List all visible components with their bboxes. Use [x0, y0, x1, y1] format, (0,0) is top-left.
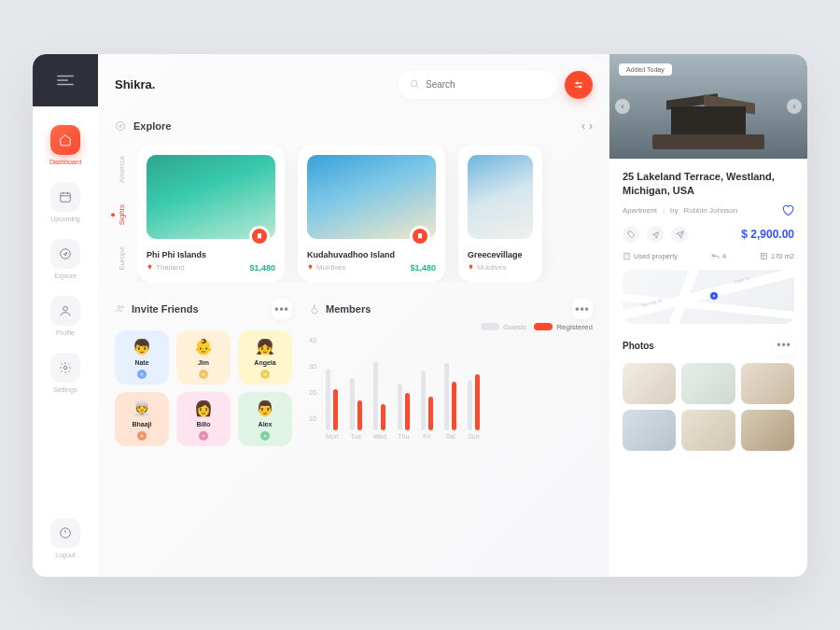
members-chart: 40302010 MonTueWedThuFriSatSun [309, 337, 593, 440]
chart-day: Sat [444, 356, 456, 440]
svg-point-10 [122, 306, 124, 308]
photo-thumbnail[interactable] [681, 363, 735, 404]
friend-item[interactable]: 👦Nate× [115, 330, 169, 385]
photos-more-button[interactable]: ••• [774, 335, 794, 356]
friend-item[interactable]: 👧Angela× [238, 330, 292, 385]
invite-panel: Invite Friends ••• 👦Nate×👶Jim×👧Angela×👳B… [115, 299, 292, 446]
photo-thumbnail[interactable] [623, 363, 676, 404]
avatar-icon: 👳 [133, 399, 151, 417]
bar-registered [333, 389, 338, 430]
send-action[interactable] [671, 226, 688, 243]
sidebar-item-upcoming[interactable]: Upcoming [50, 182, 80, 222]
explore-card[interactable]: Phi Phi Islands Thailand $1,480 [137, 146, 285, 282]
listing-map[interactable]: Barclay St Park Pl [623, 270, 794, 324]
photo-thumbnail[interactable] [623, 410, 676, 451]
explore-tab-america[interactable]: America [118, 156, 126, 183]
bar-registered [452, 382, 456, 430]
search-icon [410, 79, 420, 90]
bar-guests [373, 361, 378, 430]
legend-guests: Guests [503, 323, 526, 331]
bar-registered [357, 400, 362, 430]
search-input-wrap[interactable] [399, 71, 557, 99]
sidebar-item-logout[interactable]: Logout [50, 518, 80, 558]
explore-card[interactable]: Greecevillage Moldives [458, 146, 542, 282]
calendar-icon [59, 190, 72, 203]
explore-prev-button[interactable]: ‹ [581, 119, 585, 133]
menu-toggle[interactable] [33, 54, 98, 106]
sidebar-item-explore[interactable]: Explore [50, 239, 80, 279]
remove-badge-icon[interactable]: × [137, 370, 147, 379]
spec-area: 170 m2 [771, 252, 794, 260]
favorite-button[interactable] [781, 203, 794, 217]
bookmark-icon [416, 232, 424, 240]
friend-name: Angela [254, 359, 275, 366]
share-action[interactable] [647, 226, 664, 243]
remove-badge-icon[interactable]: × [260, 431, 270, 441]
friend-item[interactable]: 👶Jim× [176, 330, 231, 385]
bookmark-button[interactable] [249, 226, 270, 246]
friend-name: Bhaaji [132, 421, 151, 427]
svg-point-7 [580, 86, 581, 88]
nav-label: Explore [54, 273, 77, 279]
chart-day: Fri [421, 356, 433, 440]
invite-more-button[interactable]: ••• [272, 299, 292, 319]
user-icon [59, 304, 72, 317]
explore-tab-sights[interactable]: Sights [118, 204, 126, 225]
filter-button[interactable] [565, 71, 593, 99]
hero-next-button[interactable]: › [787, 99, 802, 114]
explore-tab-europe[interactable]: Europe [118, 246, 126, 271]
chart-x-label: Wed [373, 433, 386, 440]
bar-registered [428, 397, 433, 430]
listing-address: 25 Lakeland Terrace, Westland, Michigan,… [623, 170, 794, 199]
card-location: Moldives [316, 263, 346, 272]
explore-card[interactable]: Kudahuvadhoo Island Moldives $1,480 [298, 146, 445, 282]
svg-point-9 [118, 305, 120, 308]
listing-by: by [670, 206, 678, 215]
sidebar-item-settings[interactable]: Settings [50, 353, 80, 393]
area-icon [760, 252, 768, 260]
listing-panel: Added Today ‹ › 25 Lakeland Terrace, Wes… [609, 54, 807, 577]
friend-item[interactable]: 👨Alex× [238, 392, 292, 446]
explore-next-button[interactable]: › [589, 119, 593, 133]
pin-icon [147, 264, 153, 271]
hero-prev-button[interactable]: ‹ [615, 99, 630, 114]
remove-badge-icon[interactable]: × [199, 431, 208, 441]
listing-owner: Robbin Johnson [683, 206, 737, 215]
home-icon [59, 133, 72, 147]
invite-title: Invite Friends [132, 303, 199, 315]
remove-badge-icon[interactable]: × [199, 370, 208, 379]
friend-item[interactable]: 👳Bhaaji× [115, 392, 169, 446]
spec-beds: 4 [722, 252, 726, 260]
svg-point-1 [61, 248, 71, 259]
chart-day: Thu [398, 356, 410, 440]
photo-thumbnail[interactable] [741, 410, 794, 451]
members-more-button[interactable]: ••• [572, 299, 593, 319]
sidebar-item-dashboard[interactable]: Dashboard [49, 125, 81, 165]
friends-grid: 👦Nate×👶Jim×👧Angela×👳Bhaaji×👩Billo×👨Alex× [115, 330, 292, 446]
map-pin-icon [710, 292, 718, 300]
sidebar-item-profile[interactable]: Profile [50, 296, 80, 336]
pin-icon [307, 264, 314, 271]
avatar-icon: 👶 [194, 338, 213, 356]
search-input[interactable] [426, 79, 546, 90]
photo-thumbnail[interactable] [741, 363, 794, 404]
bar-registered [405, 393, 410, 430]
friend-name: Nate [134, 359, 148, 366]
remove-badge-icon[interactable]: × [137, 431, 147, 441]
chart-bars: MonTueWedThuFriSatSun [326, 354, 480, 440]
remove-badge-icon[interactable]: × [260, 370, 270, 379]
photo-thumbnail[interactable] [681, 410, 735, 451]
friend-name: Jim [198, 359, 209, 366]
house-illustration [652, 93, 764, 149]
friend-item[interactable]: 👩Billo× [176, 392, 231, 446]
listing-type: Apartment [623, 206, 657, 215]
card-price: $1,480 [410, 263, 436, 273]
brand-logo: Shikra. [115, 77, 155, 91]
svg-point-5 [411, 80, 416, 86]
svg-rect-11 [624, 253, 629, 259]
bookmark-button[interactable] [410, 226, 430, 246]
tag-action[interactable] [623, 226, 639, 243]
card-location: Moldives [477, 263, 507, 272]
card-image [307, 155, 436, 239]
explore-category-tabs: America Sights Europe [115, 146, 128, 282]
